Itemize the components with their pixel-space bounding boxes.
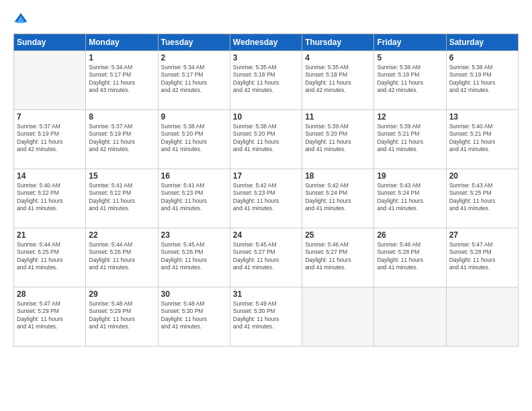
calendar-cell: 13Sunrise: 5:40 AM Sunset: 5:21 PM Dayli… — [446, 110, 518, 169]
day-header-wednesday: Wednesday — [230, 34, 302, 51]
calendar-cell: 19Sunrise: 5:43 AM Sunset: 5:24 PM Dayli… — [374, 169, 446, 228]
day-number: 10 — [233, 112, 299, 122]
calendar-cell: 24Sunrise: 5:45 AM Sunset: 5:27 PM Dayli… — [230, 228, 302, 287]
day-info: Sunrise: 5:41 AM Sunset: 5:23 PM Dayligh… — [161, 182, 227, 213]
day-number: 28 — [17, 289, 83, 299]
calendar-cell: 22Sunrise: 5:44 AM Sunset: 5:26 PM Dayli… — [86, 228, 158, 287]
day-number: 25 — [305, 230, 371, 240]
day-info: Sunrise: 5:35 AM Sunset: 5:18 PM Dayligh… — [305, 64, 371, 95]
day-header-thursday: Thursday — [302, 34, 374, 51]
calendar-cell: 25Sunrise: 5:46 AM Sunset: 5:27 PM Dayli… — [302, 228, 374, 287]
day-number: 27 — [449, 230, 515, 240]
day-info: Sunrise: 5:39 AM Sunset: 5:21 PM Dayligh… — [377, 123, 443, 154]
calendar-body: 1Sunrise: 5:34 AM Sunset: 5:17 PM Daylig… — [14, 51, 519, 347]
calendar: SundayMondayTuesdayWednesdayThursdayFrid… — [13, 34, 519, 347]
day-info: Sunrise: 5:49 AM Sunset: 5:30 PM Dayligh… — [233, 300, 299, 331]
header — [13, 12, 519, 27]
calendar-cell: 15Sunrise: 5:41 AM Sunset: 5:22 PM Dayli… — [86, 169, 158, 228]
week-row-3: 21Sunrise: 5:44 AM Sunset: 5:25 PM Dayli… — [14, 228, 519, 287]
day-number: 20 — [449, 171, 515, 181]
calendar-cell: 12Sunrise: 5:39 AM Sunset: 5:21 PM Dayli… — [374, 110, 446, 169]
day-info: Sunrise: 5:47 AM Sunset: 5:28 PM Dayligh… — [449, 241, 515, 272]
day-info: Sunrise: 5:41 AM Sunset: 5:22 PM Dayligh… — [89, 182, 154, 213]
calendar-cell: 6Sunrise: 5:36 AM Sunset: 5:19 PM Daylig… — [446, 51, 518, 110]
day-number: 16 — [161, 171, 227, 181]
day-number: 15 — [89, 171, 154, 181]
day-number: 5 — [377, 53, 443, 62]
calendar-cell: 5Sunrise: 5:36 AM Sunset: 5:18 PM Daylig… — [374, 51, 446, 110]
day-info: Sunrise: 5:35 AM Sunset: 5:18 PM Dayligh… — [233, 64, 299, 95]
calendar-cell: 3Sunrise: 5:35 AM Sunset: 5:18 PM Daylig… — [230, 51, 302, 110]
day-info: Sunrise: 5:45 AM Sunset: 5:26 PM Dayligh… — [161, 241, 227, 272]
day-info: Sunrise: 5:38 AM Sunset: 5:20 PM Dayligh… — [161, 123, 227, 154]
day-number: 11 — [305, 112, 371, 122]
day-info: Sunrise: 5:44 AM Sunset: 5:25 PM Dayligh… — [17, 241, 83, 272]
day-info: Sunrise: 5:46 AM Sunset: 5:28 PM Dayligh… — [377, 241, 443, 272]
day-number: 4 — [305, 53, 371, 62]
header-row: SundayMondayTuesdayWednesdayThursdayFrid… — [14, 34, 519, 51]
calendar-cell: 30Sunrise: 5:48 AM Sunset: 5:30 PM Dayli… — [158, 287, 230, 347]
calendar-cell — [446, 287, 518, 347]
calendar-cell: 14Sunrise: 5:40 AM Sunset: 5:22 PM Dayli… — [14, 169, 86, 228]
day-info: Sunrise: 5:37 AM Sunset: 5:19 PM Dayligh… — [89, 123, 154, 154]
logo — [13, 12, 31, 27]
day-number: 21 — [17, 230, 83, 240]
calendar-cell: 17Sunrise: 5:42 AM Sunset: 5:23 PM Dayli… — [230, 169, 302, 228]
day-header-friday: Friday — [374, 34, 446, 51]
day-info: Sunrise: 5:42 AM Sunset: 5:24 PM Dayligh… — [305, 182, 371, 213]
day-info: Sunrise: 5:46 AM Sunset: 5:27 PM Dayligh… — [305, 241, 371, 272]
day-number: 7 — [17, 112, 83, 122]
day-info: Sunrise: 5:42 AM Sunset: 5:23 PM Dayligh… — [233, 182, 299, 213]
week-row-4: 28Sunrise: 5:47 AM Sunset: 5:29 PM Dayli… — [14, 287, 519, 347]
week-row-0: 1Sunrise: 5:34 AM Sunset: 5:17 PM Daylig… — [14, 51, 519, 110]
day-number: 1 — [89, 53, 154, 62]
day-number: 14 — [17, 171, 83, 181]
calendar-cell: 7Sunrise: 5:37 AM Sunset: 5:19 PM Daylig… — [14, 110, 86, 169]
page: SundayMondayTuesdayWednesdayThursdayFrid… — [0, 0, 532, 411]
day-number: 23 — [161, 230, 227, 240]
day-number: 29 — [89, 289, 154, 299]
day-number: 2 — [161, 53, 227, 62]
day-info: Sunrise: 5:45 AM Sunset: 5:27 PM Dayligh… — [233, 241, 299, 272]
calendar-cell — [302, 287, 374, 347]
calendar-cell: 8Sunrise: 5:37 AM Sunset: 5:19 PM Daylig… — [86, 110, 158, 169]
day-info: Sunrise: 5:38 AM Sunset: 5:20 PM Dayligh… — [233, 123, 299, 154]
calendar-cell — [14, 51, 86, 110]
day-number: 17 — [233, 171, 299, 181]
calendar-cell: 21Sunrise: 5:44 AM Sunset: 5:25 PM Dayli… — [14, 228, 86, 287]
calendar-cell: 16Sunrise: 5:41 AM Sunset: 5:23 PM Dayli… — [158, 169, 230, 228]
calendar-cell: 31Sunrise: 5:49 AM Sunset: 5:30 PM Dayli… — [230, 287, 302, 347]
day-header-saturday: Saturday — [446, 34, 518, 51]
calendar-cell — [374, 287, 446, 347]
calendar-cell: 4Sunrise: 5:35 AM Sunset: 5:18 PM Daylig… — [302, 51, 374, 110]
day-number: 18 — [305, 171, 371, 181]
day-number: 24 — [233, 230, 299, 240]
day-number: 6 — [449, 53, 515, 62]
calendar-cell: 20Sunrise: 5:43 AM Sunset: 5:25 PM Dayli… — [446, 169, 518, 228]
day-header-sunday: Sunday — [14, 34, 86, 51]
day-number: 3 — [233, 53, 299, 62]
logo-icon — [13, 12, 28, 27]
day-number: 13 — [449, 112, 515, 122]
day-number: 19 — [377, 171, 443, 181]
day-info: Sunrise: 5:48 AM Sunset: 5:29 PM Dayligh… — [89, 300, 154, 331]
day-number: 9 — [161, 112, 227, 122]
week-row-1: 7Sunrise: 5:37 AM Sunset: 5:19 PM Daylig… — [14, 110, 519, 169]
day-info: Sunrise: 5:47 AM Sunset: 5:29 PM Dayligh… — [17, 300, 83, 331]
calendar-cell: 1Sunrise: 5:34 AM Sunset: 5:17 PM Daylig… — [86, 51, 158, 110]
day-info: Sunrise: 5:43 AM Sunset: 5:25 PM Dayligh… — [449, 182, 515, 213]
calendar-header: SundayMondayTuesdayWednesdayThursdayFrid… — [14, 34, 519, 51]
day-number: 30 — [161, 289, 227, 299]
calendar-cell: 10Sunrise: 5:38 AM Sunset: 5:20 PM Dayli… — [230, 110, 302, 169]
day-info: Sunrise: 5:44 AM Sunset: 5:26 PM Dayligh… — [89, 241, 154, 272]
calendar-cell: 28Sunrise: 5:47 AM Sunset: 5:29 PM Dayli… — [14, 287, 86, 347]
calendar-cell: 11Sunrise: 5:39 AM Sunset: 5:20 PM Dayli… — [302, 110, 374, 169]
calendar-cell: 9Sunrise: 5:38 AM Sunset: 5:20 PM Daylig… — [158, 110, 230, 169]
day-info: Sunrise: 5:37 AM Sunset: 5:19 PM Dayligh… — [17, 123, 83, 154]
calendar-cell: 27Sunrise: 5:47 AM Sunset: 5:28 PM Dayli… — [446, 228, 518, 287]
day-number: 22 — [89, 230, 154, 240]
day-info: Sunrise: 5:34 AM Sunset: 5:17 PM Dayligh… — [89, 64, 154, 95]
calendar-cell: 26Sunrise: 5:46 AM Sunset: 5:28 PM Dayli… — [374, 228, 446, 287]
day-number: 12 — [377, 112, 443, 122]
day-number: 26 — [377, 230, 443, 240]
